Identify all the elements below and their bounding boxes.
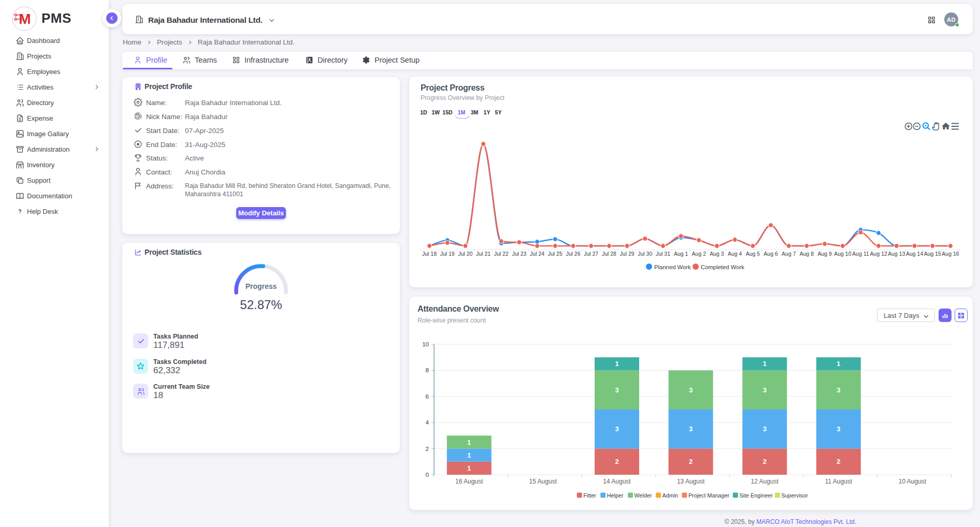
svg-text:1: 1 [467,451,471,459]
svg-text:Jul 27: Jul 27 [584,251,598,257]
svg-text:2: 2 [426,446,429,452]
svg-text:2: 2 [615,458,618,465]
svg-text:1: 1 [837,360,840,368]
svg-text:1: 1 [467,464,471,472]
svg-text:M: M [19,11,31,27]
svg-text:3: 3 [615,425,618,433]
svg-text:Aug 12: Aug 12 [870,251,887,257]
svg-text:Aug 8: Aug 8 [800,251,814,257]
svg-text:Jul 24: Jul 24 [530,251,544,257]
svg-text:Aug 7: Aug 7 [782,251,796,257]
svg-text:2: 2 [689,458,693,465]
svg-text:Aug 6: Aug 6 [763,251,778,257]
svg-text:Aug 9: Aug 9 [817,251,832,257]
svg-text:Aug 2: Aug 2 [692,251,707,257]
svg-text:3: 3 [763,425,767,433]
svg-text:Jul 20: Jul 20 [458,251,472,257]
svg-text:Aug 13: Aug 13 [888,251,905,257]
svg-text:Aug 10: Aug 10 [834,251,851,257]
svg-text:Jul 19: Jul 19 [440,251,455,257]
svg-text:Jul 31: Jul 31 [656,251,670,257]
svg-text:Planned Work: Planned Work [654,264,691,270]
svg-text:12 August: 12 August [751,478,779,485]
svg-text:3: 3 [689,386,693,394]
svg-text:Fitter: Fitter [583,492,596,499]
svg-text:Aug 15: Aug 15 [924,251,941,257]
svg-text:3: 3 [763,386,767,394]
svg-text:14 August: 14 August [603,478,631,485]
svg-text:16 August: 16 August [455,478,483,485]
svg-text:0: 0 [426,472,429,478]
svg-text:3: 3 [837,386,840,394]
svg-text:10: 10 [422,341,429,347]
svg-text:3: 3 [689,425,693,433]
svg-text:10 August: 10 August [899,478,927,485]
svg-text:Welder: Welder [635,492,652,499]
svg-text:4: 4 [426,419,429,426]
svg-text:Jul 29: Jul 29 [620,251,635,257]
svg-text:Jul 21: Jul 21 [476,251,491,257]
svg-text:Completed Work: Completed Work [701,264,744,270]
svg-text:Aug 14: Aug 14 [906,251,923,257]
svg-text:3: 3 [615,386,618,394]
svg-text:6: 6 [426,393,429,400]
svg-text:Helper: Helper [607,492,624,499]
svg-text:11 August: 11 August [825,478,853,485]
svg-text:Aug 11: Aug 11 [852,251,869,257]
svg-text:Aug 16: Aug 16 [942,251,959,257]
svg-text:Jul 23: Jul 23 [512,251,526,257]
svg-text:2: 2 [837,458,840,465]
svg-text:Jul 18: Jul 18 [422,251,437,257]
svg-text:Site Engineer: Site Engineer [739,492,773,499]
svg-text:Aug 4: Aug 4 [728,251,742,257]
svg-text:Jul 22: Jul 22 [494,251,509,257]
svg-text:Aug 3: Aug 3 [710,251,724,257]
svg-text:1: 1 [763,360,767,368]
svg-text:Aug 1: Aug 1 [674,251,688,257]
svg-text:Jul 30: Jul 30 [638,251,652,257]
svg-text:3: 3 [837,425,840,433]
svg-text:Project Manager: Project Manager [688,492,730,499]
svg-text:1: 1 [615,360,618,368]
svg-text:Jul 28: Jul 28 [602,251,616,257]
svg-text:2: 2 [763,458,767,465]
svg-text:Supervisor: Supervisor [781,492,808,499]
svg-text:Aug 5: Aug 5 [746,251,760,257]
svg-text:Jul 26: Jul 26 [566,251,580,257]
svg-text:13 August: 13 August [677,478,705,485]
svg-text:15 August: 15 August [529,478,557,485]
svg-text:1: 1 [467,438,471,446]
svg-text:Admin: Admin [662,492,679,499]
svg-text:Jul 25: Jul 25 [548,251,563,257]
svg-text:8: 8 [426,367,429,373]
